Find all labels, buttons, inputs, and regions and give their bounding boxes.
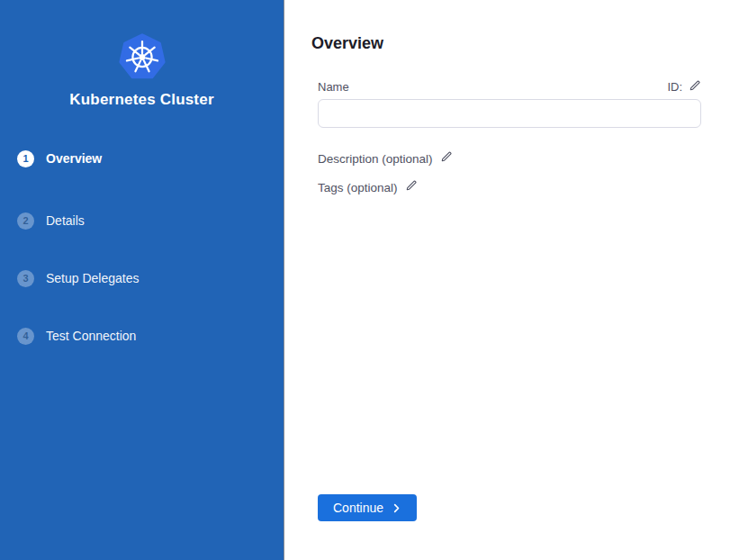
edit-pencil-icon	[689, 79, 701, 95]
kubernetes-logo	[0, 32, 284, 84]
overview-panel: Overview Name ID: Description (optional)	[284, 0, 730, 560]
name-input[interactable]	[318, 99, 701, 128]
edit-pencil-icon	[440, 150, 453, 167]
step-label: Details	[46, 213, 85, 228]
id-label: ID:	[667, 80, 682, 94]
wizard-sidebar: Kubernetes Cluster 1 Overview 2 Details …	[0, 0, 284, 560]
page-title: Overview	[311, 34, 383, 53]
description-label: Description (optional)	[318, 152, 433, 166]
step-setup-delegates[interactable]: 3 Setup Delegates	[17, 269, 140, 287]
description-toggle[interactable]: Description (optional)	[318, 150, 453, 167]
wizard-title: Kubernetes Cluster	[0, 91, 284, 109]
step-label: Test Connection	[46, 329, 136, 343]
step-label: Overview	[46, 151, 102, 166]
step-number-badge: 3	[17, 270, 34, 287]
edit-id-button[interactable]	[689, 79, 701, 95]
overview-form: Name ID:	[318, 79, 701, 128]
continue-button[interactable]: Continue	[318, 494, 417, 521]
step-label: Setup Delegates	[46, 271, 140, 285]
step-number-badge: 2	[17, 212, 34, 230]
name-label: Name	[318, 80, 349, 94]
step-test-connection[interactable]: 4 Test Connection	[17, 327, 136, 345]
step-overview[interactable]: 1 Overview	[17, 149, 102, 167]
step-details[interactable]: 2 Details	[17, 212, 85, 230]
tags-label: Tags (optional)	[318, 181, 398, 194]
continue-button-label: Continue	[333, 501, 383, 515]
step-number-badge: 1	[17, 150, 34, 167]
kubernetes-helm-wheel-icon	[118, 32, 167, 84]
chevron-right-icon	[392, 503, 401, 513]
edit-pencil-icon	[405, 179, 418, 195]
tags-toggle[interactable]: Tags (optional)	[318, 179, 418, 195]
step-number-badge: 4	[17, 328, 34, 345]
